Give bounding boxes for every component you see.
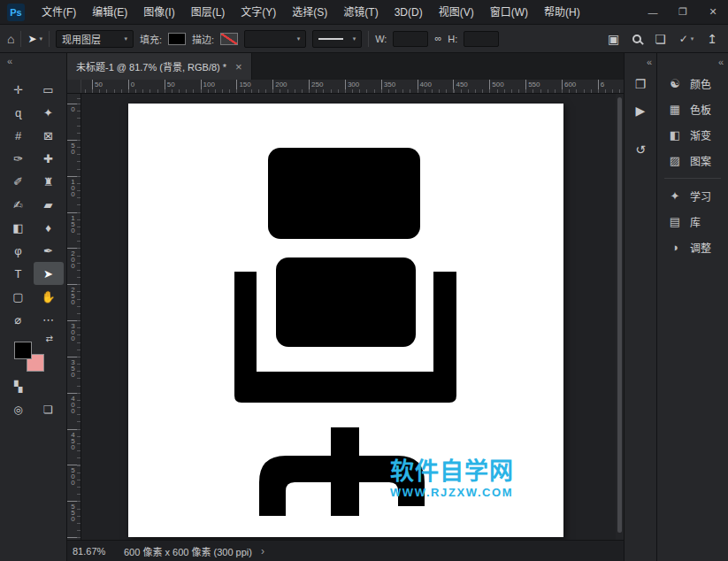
tool-icon: φ bbox=[14, 244, 21, 257]
brush-tool[interactable]: ✐ bbox=[4, 170, 34, 193]
menu-item[interactable]: 图像(I) bbox=[135, 0, 182, 25]
edit-toolbar-button[interactable]: ⋯ bbox=[34, 308, 64, 331]
patterns-panel[interactable]: ▨ 图案 bbox=[657, 148, 728, 173]
menubar: Ps 文件(F) 编辑(E) 图像(I) 图层(L) 文字(Y) 选择(S) 滤… bbox=[0, 0, 728, 25]
tool-icon: ♦ bbox=[45, 221, 51, 234]
fill-color-swatch[interactable] bbox=[168, 33, 186, 45]
menu-item[interactable]: 文字(Y) bbox=[233, 0, 284, 25]
screen-mode-button[interactable]: ❏ bbox=[34, 398, 64, 421]
lasso-tool[interactable]: ɋ bbox=[4, 101, 34, 124]
adjustments-panel[interactable]: ◑ 调整 bbox=[657, 234, 728, 260]
collapse-panels-icon[interactable]: « bbox=[718, 57, 724, 67]
tool-mode-select[interactable]: 现用图层 ▾ bbox=[56, 30, 134, 48]
canvas-viewport[interactable]: 软件自学网 WWW.RJZXW.COM bbox=[81, 94, 624, 540]
toolbar-bottom: ▚ ◎ ❏ bbox=[0, 375, 66, 421]
scrollbar-thumb[interactable] bbox=[617, 97, 622, 533]
home-icon[interactable]: ⌂ bbox=[7, 33, 14, 45]
eraser-tool[interactable]: ▰ bbox=[34, 193, 64, 216]
color-panel[interactable]: ☯ 颜色 bbox=[657, 71, 728, 96]
ruler-label: 0 bbox=[128, 81, 165, 88]
foreground-color-swatch[interactable] bbox=[14, 342, 32, 359]
blur-tool[interactable]: ♦ bbox=[34, 216, 64, 239]
default-colors-icon[interactable]: ▚ bbox=[4, 375, 34, 398]
path-selection-tool[interactable]: ➤ bbox=[34, 262, 64, 285]
tool-icon: ◧ bbox=[12, 221, 23, 234]
collapse-tools-icon[interactable]: « bbox=[0, 53, 66, 71]
ruler-label: 150 bbox=[69, 212, 77, 249]
menu-item[interactable]: 帮助(H) bbox=[536, 0, 588, 25]
commit-button[interactable]: ✓ ▾ bbox=[679, 33, 694, 45]
menu-item[interactable]: 文件(F) bbox=[34, 0, 84, 25]
current-tool-preset[interactable]: ➤ ▾ bbox=[27, 33, 42, 45]
clone-stamp-tool[interactable]: ♜ bbox=[34, 170, 64, 193]
swap-colors-icon[interactable]: ⇄ bbox=[46, 334, 53, 343]
libraries-panel[interactable]: ▤ 库 bbox=[657, 209, 728, 234]
path-operations-icon[interactable]: ▣ bbox=[608, 33, 619, 45]
menu-item[interactable]: 编辑(E) bbox=[84, 0, 135, 25]
stroke-color-swatch[interactable] bbox=[220, 33, 238, 45]
tool-mode-value: 现用图层 bbox=[62, 32, 101, 46]
stroke-style-select[interactable]: ▾ bbox=[312, 30, 362, 48]
height-input[interactable] bbox=[464, 31, 499, 47]
eyedropper-tool[interactable]: ✑ bbox=[4, 147, 34, 170]
rectangular-marquee-tool[interactable]: ▭ bbox=[34, 78, 64, 101]
search-icon[interactable] bbox=[632, 35, 641, 43]
move-tool[interactable]: ✛ bbox=[4, 78, 34, 101]
workspace-icon[interactable]: ❏ bbox=[655, 33, 666, 45]
vertical-scrollbar[interactable] bbox=[616, 94, 624, 540]
tool-icon: ✋ bbox=[41, 290, 55, 304]
healing-brush-tool[interactable]: ✚ bbox=[34, 147, 64, 170]
menu-item[interactable]: 选择(S) bbox=[284, 0, 335, 25]
horizontal-ruler[interactable]: 500501001502002503003504004505005506006 bbox=[81, 80, 624, 93]
close-button[interactable]: ✕ bbox=[698, 0, 728, 25]
panel-item-icon: ☯ bbox=[668, 77, 682, 90]
status-expand-icon[interactable]: › bbox=[261, 545, 264, 557]
gradients-panel[interactable]: ◧ 渐变 bbox=[657, 122, 728, 148]
quick-selection-tool[interactable]: ✦ bbox=[34, 101, 64, 124]
zoom-level-field[interactable]: 81.67% bbox=[73, 546, 113, 557]
maximize-button[interactable]: ❐ bbox=[668, 0, 698, 25]
document-canvas[interactable]: 软件自学网 WWW.RJZXW.COM bbox=[128, 104, 563, 537]
quick-mask-button[interactable]: ◎ bbox=[4, 398, 34, 421]
panel-item-label: 学习 bbox=[690, 188, 711, 204]
share-icon[interactable]: ↥ bbox=[707, 33, 717, 45]
ruler-label: 300 bbox=[345, 81, 381, 88]
stroke-width-select[interactable]: ▾ bbox=[244, 30, 306, 48]
hand-tool[interactable]: ✋ bbox=[34, 285, 64, 308]
menu-item[interactable]: 滤镜(T) bbox=[335, 0, 386, 25]
rectangle-tool[interactable]: ▢ bbox=[4, 285, 34, 308]
gradient-tool[interactable]: ◧ bbox=[4, 216, 34, 239]
actions-panel-icon[interactable]: ▶ bbox=[625, 97, 656, 124]
history-panel-icon[interactable]: ↺ bbox=[625, 136, 656, 163]
close-icon[interactable]: × bbox=[235, 60, 242, 73]
link-dimensions-icon[interactable]: ∞ bbox=[434, 34, 441, 43]
width-input[interactable] bbox=[393, 31, 428, 47]
menu-item[interactable]: 窗口(W) bbox=[482, 0, 536, 25]
stroke-label: 描边: bbox=[192, 32, 214, 46]
crop-tool[interactable]: # bbox=[4, 124, 34, 147]
height-label: H: bbox=[448, 34, 457, 44]
minimize-button[interactable]: — bbox=[638, 0, 668, 25]
type-tool[interactable]: T bbox=[4, 262, 34, 285]
swatches-panel[interactable]: ▦ 色板 bbox=[657, 96, 728, 122]
history-brush-tool[interactable]: ✍ bbox=[4, 193, 34, 216]
photoshop-window: Ps 文件(F) 编辑(E) 图像(I) 图层(L) 文字(Y) 选择(S) 滤… bbox=[0, 0, 728, 561]
ruler-label: 500 bbox=[489, 81, 525, 88]
properties-panel-icon[interactable]: ❐ bbox=[625, 71, 656, 97]
menu-item[interactable]: 3D(D) bbox=[387, 0, 431, 25]
document-tab[interactable]: 未标题-1 @ 81.7% (背景, RGB/8) * × bbox=[67, 53, 252, 80]
vertical-ruler[interactable]: 050100150200250300350400450500550600 bbox=[67, 94, 81, 540]
tool-icon: ➤ bbox=[43, 267, 53, 280]
menu-item[interactable]: 图层(L) bbox=[183, 0, 234, 25]
ruler-corner[interactable] bbox=[67, 80, 81, 93]
collapse-panels-icon[interactable]: « bbox=[647, 57, 652, 67]
ruler-label: 350 bbox=[69, 357, 77, 393]
learn-panel[interactable]: ✦ 学习 bbox=[657, 183, 728, 209]
frame-tool[interactable]: ⊠ bbox=[34, 124, 64, 147]
ruler-label: 150 bbox=[236, 81, 272, 88]
ruler-label: 500 bbox=[69, 465, 77, 501]
dodge-tool[interactable]: φ bbox=[4, 239, 34, 262]
menu-item[interactable]: 视图(V) bbox=[431, 0, 482, 25]
pen-tool[interactable]: ✒ bbox=[34, 239, 64, 262]
zoom-tool[interactable]: ⌀ bbox=[4, 308, 34, 331]
